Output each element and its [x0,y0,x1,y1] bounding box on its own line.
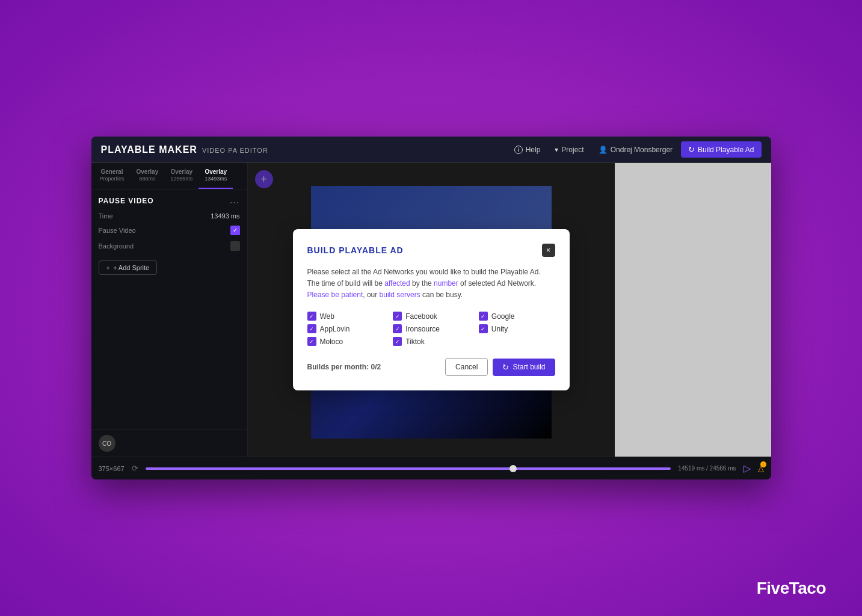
build-playable-ad-modal: BUILD PLAYABLE AD × Please select all th… [293,229,570,391]
user-icon: 👤 [599,146,608,154]
refresh-icon: ↻ [688,145,695,154]
network-unity-label: Unity [491,325,508,333]
network-moloco-label: Moloco [320,337,343,346]
network-tiktok-label: Tiktok [405,337,425,346]
network-ironsource-label: Ironsource [405,325,440,333]
network-moloco: ✓ Moloco [307,337,384,346]
modal-overlay: BUILD PLAYABLE AD × Please select all th… [248,163,615,457]
fivetaco-branding: FiveTaco [757,579,826,598]
network-applovin: ✓ AppLovin [307,324,384,333]
sidebar-bottom: CO [91,430,247,457]
warning-button[interactable]: △ ! [758,464,764,473]
header: PLAYABLE MAKER VIDEO PA EDITOR i Help ▾ … [91,137,771,163]
network-web-checkbox[interactable]: ✓ [307,312,316,321]
modal-description: Please select all the Ad Networks you wo… [307,266,555,301]
network-web-label: Web [320,312,334,321]
build-playable-ad-button[interactable]: ↻ Build Playable Ad [681,141,761,158]
logo-main: PLAYABLE MAKER [101,144,197,155]
modal-desc-line3: Please be patient, our build servers can… [307,291,463,299]
background-checkbox[interactable] [230,241,240,251]
header-actions: i Help ▾ Project 👤 Ondrej Monsberger ↻ B… [508,141,762,158]
network-facebook: ✓ Facebook [393,312,469,321]
user-button[interactable]: 👤 Ondrej Monsberger [593,143,679,157]
project-button[interactable]: ▾ Project [549,143,590,157]
more-options-button[interactable]: ... [230,197,239,205]
bottom-bar: 375×667 ⟳ 14519 ms / 24566 ms ▷ △ ! [91,457,771,479]
canvas-dimensions: 375×667 [99,465,125,472]
modal-footer: Builds per month: 0/2 Cancel ↻ Start bui… [307,358,555,376]
modal-title: BUILD PLAYABLE AD [307,245,404,255]
network-unity: ✓ Unity [479,324,555,333]
network-tiktok-checkbox[interactable]: ✓ [393,337,402,346]
modal-networks: ✓ Web ✓ Facebook ✓ Google ✓ [307,312,555,346]
tab-overlay-686[interactable]: Overlay 686ms [131,163,165,189]
network-google-checkbox[interactable]: ✓ [479,312,488,321]
sidebar: General Properties Overlay 686ms Overlay… [91,163,248,457]
network-facebook-label: Facebook [405,312,437,321]
builds-count: Builds per month: 0/2 [307,363,381,371]
network-moloco-checkbox[interactable]: ✓ [307,337,316,346]
network-unity-checkbox[interactable]: ✓ [479,324,488,333]
warning-badge: ! [760,461,766,467]
modal-close-button[interactable]: × [542,244,555,257]
tab-overlay-13493[interactable]: Overlay 13493ms [199,163,233,189]
network-tiktok: ✓ Tiktok [393,337,469,346]
field-background: Background [99,241,240,251]
sync-icon[interactable]: ⟳ [132,464,138,473]
field-pause-video: Pause Video ✓ [99,226,240,235]
timeline-thumb[interactable] [510,465,517,472]
chevron-down-icon: ▾ [555,146,558,154]
main-layout: General Properties Overlay 686ms Overlay… [91,163,771,457]
info-icon: i [514,146,523,154]
tab-overlay-12565[interactable]: Overlay 12565ms [164,163,199,189]
network-facebook-checkbox[interactable]: ✓ [393,312,402,321]
modal-desc-line2: The time of build will be affected by th… [307,279,537,288]
network-applovin-checkbox[interactable]: ✓ [307,324,316,333]
sidebar-content: PAUSE VIDEO ... Time 13493 ms Pause Vide… [91,189,247,430]
start-build-button[interactable]: ↻ Start build [493,359,555,376]
section-title: PAUSE VIDEO ... [99,197,240,205]
app-window: PLAYABLE MAKER VIDEO PA EDITOR i Help ▾ … [91,137,771,479]
network-applovin-label: AppLovin [320,325,350,333]
modal-header: BUILD PLAYABLE AD × [307,244,555,257]
pause-video-checkbox[interactable]: ✓ [230,226,240,235]
network-ironsource-checkbox[interactable]: ✓ [393,324,402,333]
right-panel [615,163,771,457]
center-content: + [248,163,615,457]
modal-actions: Cancel ↻ Start build [445,358,555,376]
plus-icon: + [106,264,110,271]
co-badge: CO [99,435,115,452]
play-button[interactable]: ▷ [743,463,751,474]
network-google-label: Google [491,312,515,321]
network-web: ✓ Web [307,312,384,321]
field-time: Time 13493 ms [99,212,240,220]
logo: PLAYABLE MAKER VIDEO PA EDITOR [101,144,268,155]
network-google: ✓ Google [479,312,555,321]
timeline-time: 14519 ms / 24566 ms [678,465,736,472]
logo-sub: VIDEO PA EDITOR [202,147,268,154]
add-sprite-button[interactable]: + + Add Sprite [99,260,158,275]
cancel-button[interactable]: Cancel [445,358,488,376]
build-icon: ↻ [502,363,509,372]
timeline-track[interactable] [146,467,671,470]
sidebar-tabs: General Properties Overlay 686ms Overlay… [91,163,247,189]
help-button[interactable]: i Help [508,143,547,157]
network-ironsource: ✓ Ironsource [393,324,469,333]
tab-general-properties[interactable]: General Properties [94,163,131,189]
